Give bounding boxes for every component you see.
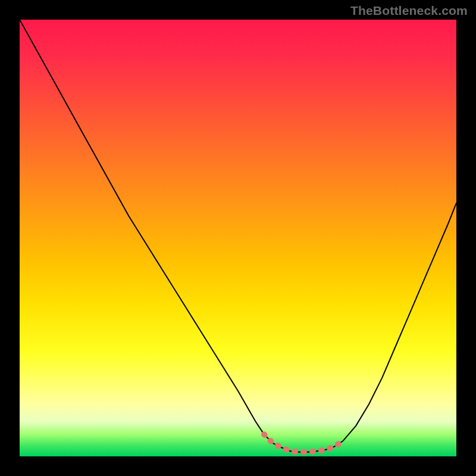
highlight-segment: [264, 434, 343, 452]
chart-svg: [20, 20, 456, 456]
watermark-label: TheBottleneck.com: [350, 4, 468, 18]
bottleneck-curve: [20, 20, 456, 452]
chart-plot-area: [20, 20, 456, 456]
